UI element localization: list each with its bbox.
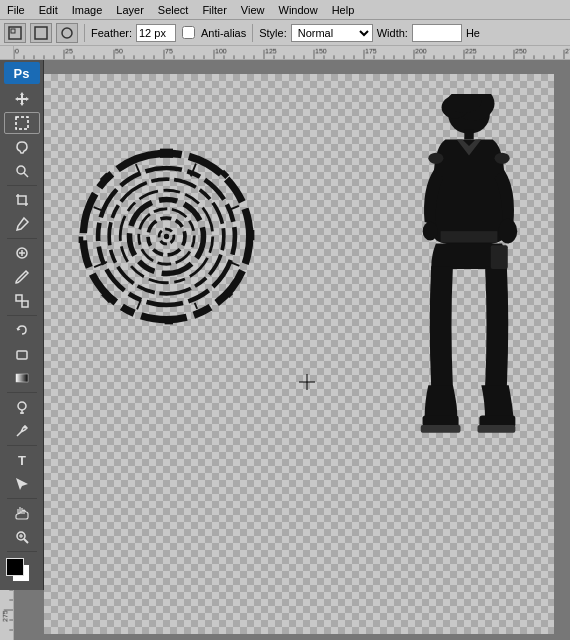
svg-rect-1: [11, 29, 15, 33]
svg-point-42: [495, 153, 510, 164]
svg-line-48: [24, 173, 28, 177]
quick-select-tool[interactable]: [4, 160, 40, 182]
tool-options-btn2[interactable]: [30, 23, 52, 43]
ruler-horizontal: [14, 46, 570, 60]
pen-tool[interactable]: [4, 420, 40, 442]
dodge-tool[interactable]: [4, 396, 40, 418]
svg-text:T: T: [18, 453, 26, 468]
options-bar: Feather: Anti-alias Style: Normal Fixed …: [0, 20, 570, 46]
style-label: Style:: [259, 27, 287, 39]
menu-select[interactable]: Select: [151, 2, 196, 18]
separator-1: [84, 24, 85, 42]
feather-label: Feather:: [91, 27, 132, 39]
svg-point-12: [164, 234, 170, 240]
gradient-tool[interactable]: [4, 367, 40, 389]
history-brush-tool[interactable]: [4, 319, 40, 341]
svg-line-26: [94, 262, 107, 267]
svg-rect-54: [17, 351, 27, 359]
antialias-checkbox[interactable]: [182, 26, 195, 39]
crop-tool[interactable]: [4, 189, 40, 211]
ruler-corner: [0, 46, 14, 60]
svg-point-57: [23, 426, 26, 429]
hand-tool[interactable]: [4, 502, 40, 524]
svg-line-22: [230, 206, 239, 210]
menu-file[interactable]: File: [0, 2, 32, 18]
tool-sep-3: [7, 315, 37, 316]
svg-line-24: [195, 303, 198, 309]
document-canvas[interactable]: [44, 74, 554, 634]
svg-rect-55: [16, 374, 28, 382]
svg-rect-46: [16, 117, 28, 129]
menu-image[interactable]: Image: [65, 2, 110, 18]
feather-input[interactable]: [136, 24, 176, 42]
tool-sep-6: [7, 498, 37, 499]
svg-rect-40: [478, 425, 516, 433]
menu-layer[interactable]: Layer: [109, 2, 151, 18]
tool-options-btn1[interactable]: [4, 23, 26, 43]
svg-rect-43: [491, 245, 508, 269]
svg-rect-39: [421, 425, 461, 433]
width-input[interactable]: [412, 24, 462, 42]
toolbox: Ps: [0, 60, 44, 590]
crosshair-cursor: [299, 374, 315, 390]
svg-rect-19: [79, 237, 84, 243]
tool-sep-1: [7, 185, 37, 186]
canvas-area: [14, 60, 570, 640]
svg-point-3: [62, 28, 72, 38]
healing-tool[interactable]: [4, 242, 40, 264]
svg-rect-13: [160, 149, 173, 158]
style-select[interactable]: Normal Fixed Ratio Fixed Size: [291, 24, 373, 42]
svg-point-47: [17, 166, 25, 174]
color-swatches[interactable]: [4, 556, 40, 586]
antialias-label: Anti-alias: [201, 27, 246, 39]
tool-options-btn3[interactable]: [56, 23, 78, 43]
tech-circle-graphic: [74, 144, 259, 329]
separator-2: [252, 24, 253, 42]
svg-rect-53: [22, 301, 28, 307]
foreground-color[interactable]: [6, 558, 24, 576]
svg-point-35: [498, 219, 517, 244]
tool-sep-2: [7, 238, 37, 239]
svg-rect-52: [16, 295, 22, 301]
svg-rect-34: [441, 231, 498, 242]
svg-line-60: [24, 539, 28, 543]
svg-rect-2: [35, 27, 47, 39]
type-tool[interactable]: T: [4, 449, 40, 471]
width-label: Width:: [377, 27, 408, 39]
eraser-tool[interactable]: [4, 343, 40, 365]
zoom-tool[interactable]: [4, 526, 40, 548]
menu-help[interactable]: Help: [325, 2, 362, 18]
tool-sep-4: [7, 392, 37, 393]
tool-sep-5: [7, 445, 37, 446]
svg-rect-33: [464, 130, 473, 139]
menu-window[interactable]: Window: [272, 2, 325, 18]
eyedropper-tool[interactable]: [4, 213, 40, 235]
svg-point-41: [428, 153, 443, 164]
menu-edit[interactable]: Edit: [32, 2, 65, 18]
figure-silhouette: [414, 94, 524, 444]
height-label: He: [466, 27, 480, 39]
svg-rect-17: [165, 319, 173, 325]
move-tool[interactable]: [4, 88, 40, 110]
path-select-tool[interactable]: [4, 473, 40, 495]
tool-sep-7: [7, 551, 37, 552]
clone-stamp-tool[interactable]: [4, 290, 40, 312]
menu-bar: File Edit Image Layer Select Filter View…: [0, 0, 570, 20]
menu-filter[interactable]: Filter: [195, 2, 233, 18]
brush-tool[interactable]: [4, 266, 40, 288]
lasso-tool[interactable]: [4, 136, 40, 158]
svg-rect-15: [248, 230, 254, 240]
svg-line-27: [94, 207, 102, 210]
svg-point-56: [18, 402, 26, 410]
marquee-tool[interactable]: [4, 112, 40, 134]
svg-point-36: [423, 222, 438, 241]
ps-logo: Ps: [4, 62, 40, 84]
menu-view[interactable]: View: [234, 2, 272, 18]
